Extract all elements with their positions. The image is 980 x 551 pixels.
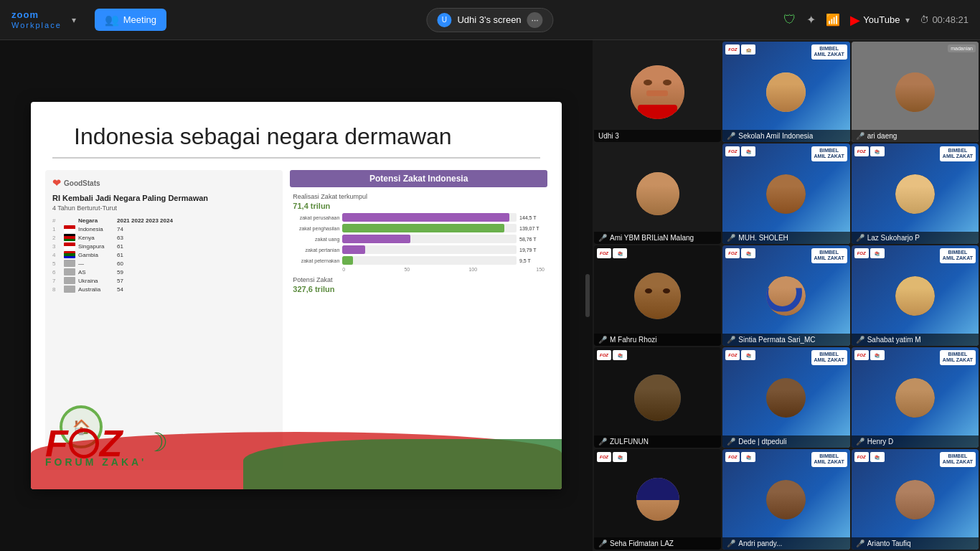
participant-name-bar-muh: 🎤 MUH. SHOLEH (722, 232, 849, 244)
participant-name-sekolah: Sekolah Amil Indonesia (738, 132, 813, 140)
participant-name-laz: Laz Sukoharjo P (867, 234, 920, 242)
bimbel-card-muh: FOZ 📚 BIMBELAMIL ZAKAT (722, 143, 849, 244)
participant-name-zulfunun: ZULFUNUN (610, 438, 649, 446)
scroll-indicator[interactable] (585, 274, 590, 317)
goodstats-star-icon: ❤ (52, 177, 61, 189)
flag-singapura (64, 242, 75, 250)
topbar-right: 🛡 ✦ 📶 ▶ YouTube ▾ ⏱ 00:48:21 (783, 12, 969, 28)
zoom-workplace: Workplace (11, 21, 62, 29)
foz-logo: F Z FORUM ZAKA' ☽ (45, 425, 168, 468)
participant-avatar-ari (895, 72, 935, 112)
bimbel-card-arianto: FOZ 📚 BIMBELAMIL ZAKAT (852, 449, 979, 550)
mic-muted-icon-sintia: 🎤 (727, 336, 735, 344)
foz-o-circle (69, 428, 99, 458)
slide-title: Indonesia sebagai negara dermawan (52, 102, 540, 159)
time-value: 00:48:21 (932, 14, 969, 25)
ranking-row-australia: 8 Australia 54 (52, 286, 275, 293)
participant-avatar-arianto (895, 480, 935, 519)
flag-indonesia (64, 225, 75, 232)
participant-name-arianto: Arianto Taufiq (867, 540, 911, 547)
participant-avatar-sekolah (766, 72, 806, 112)
participant-tile-laz: FOZ 📚 BIMBELAMIL ZAKAT 🎤 Laz Sukoharjo P (852, 143, 979, 244)
participant-name-andri: Andri pandy... (738, 540, 782, 547)
slide-left-title: RI Kembali Jadi Negara Paling Dermawan (52, 193, 275, 203)
participant-name-bar-sahabat: 🎤 Sahabat yatim M (852, 334, 979, 346)
participant-avatar-zulfunun (634, 375, 681, 421)
bar-fill-penghasilan (342, 224, 504, 232)
bar-fill-peternakan (342, 256, 353, 265)
topbar-left: zoom Workplace ▾ 👥 Meeting (11, 9, 166, 31)
participant-tile-ari: madanian 🎤 ari daeng (852, 42, 979, 142)
signal-icon: 📶 (826, 13, 840, 27)
main-content: Indonesia sebagai negara dermawan ❤ Good… (0, 40, 980, 551)
participant-tile-andri: FOZ 📚 BIMBELAMIL ZAKAT 🎤 Andri pandy... (722, 449, 849, 550)
participant-name-dede: Dede | dtpeduli (738, 438, 786, 446)
ranking-row-5: 5 — 60 (52, 260, 275, 267)
meeting-icon: 👥 (105, 13, 119, 27)
bar-row-uang: zakat uang 58,76 T (293, 235, 545, 243)
bimbel-card-laz: FOZ 📚 BIMBELAMIL ZAKAT (852, 143, 979, 244)
bar-row-peternakan: zakat peternakan 9,5 T (293, 256, 545, 265)
meeting-button[interactable]: 👥 Meeting (95, 9, 166, 31)
participant-tile-seha: FOZ 📚 🎤 Seha Fidmatan LAZ (594, 449, 721, 550)
participant-avatar-muh (766, 174, 806, 214)
bar-fill-perusahaan (342, 213, 509, 222)
star-icon: ✦ (806, 13, 816, 27)
participant-name-bar-ari: 🎤 ari daeng (852, 130, 979, 142)
slide-container: Indonesia sebagai negara dermawan ❤ Good… (31, 102, 562, 489)
screen-share-label: Udhi 3's screen (457, 14, 521, 25)
participant-avatar-andri (766, 480, 806, 519)
participant-avatar-sintia (766, 276, 806, 316)
participant-avatar-ami (636, 172, 679, 215)
bimbel-card-sintia: FOZ 📚 BIMBELAMIL ZAKAT (722, 245, 849, 346)
potensi-label: Potensi Zakat (293, 276, 545, 283)
screen-share-more-button[interactable]: ··· (527, 12, 543, 28)
youtube-dropdown-icon: ▾ (905, 15, 910, 25)
participant-name-bar-fahru: 🎤 M Fahru Rhozi (594, 334, 721, 346)
mic-muted-icon-andri: 🎤 (727, 540, 735, 547)
bimbel-logo-top-right: BIMBELAMIL ZAKAT (811, 44, 847, 60)
madanian-label: madanian (948, 44, 976, 52)
youtube-area[interactable]: ▶ YouTube ▾ (850, 12, 910, 28)
participant-name-bar-dede: 🎤 Dede | dtpeduli (722, 435, 849, 448)
ami-bg (594, 143, 721, 244)
mic-muted-icon-henry: 🎤 (856, 438, 864, 446)
mic-muted-icon-sahabat: 🎤 (856, 336, 864, 344)
participant-avatar-sahabat (895, 276, 935, 316)
foz-crescent-icon: ☽ (145, 428, 168, 458)
participant-avatar-seha (636, 478, 679, 521)
zoom-brand: zoom (11, 10, 62, 20)
bar-chart: zakat perusahaan 144,5 T zakat penghasil… (293, 213, 545, 265)
participant-name-seha: Seha Fidmatan LAZ (610, 540, 674, 547)
mic-muted-icon-ami: 🎤 (598, 234, 607, 242)
participant-tile-muh: FOZ 📚 BIMBELAMIL ZAKAT 🎤 MUH. SHOLEH (722, 143, 849, 244)
flag-kenya (64, 234, 75, 241)
participant-tile-henry: FOZ 📚 BIMBELAMIL ZAKAT 🎤 Henry D (852, 347, 979, 448)
participant-tile-arianto: FOZ 📚 BIMBELAMIL ZAKAT 🎤 Arianto Taufiq (852, 449, 979, 550)
potensi-value: 327,6 trilun (293, 285, 545, 293)
participant-name-bar-udhi3: Udhi 3 (594, 130, 721, 142)
logo-sekolah-small: 🏫 (741, 44, 755, 55)
participant-tile-zulfunun: FOZ 📚 🎤 ZULFUNUN (594, 347, 721, 448)
bar-row-perusahaan: zakat perusahaan 144,5 T (293, 213, 545, 222)
mic-muted-icon-fahru: 🎤 (598, 336, 607, 344)
zoom-logo: zoom Workplace (11, 10, 62, 29)
participant-avatar-dede (766, 378, 806, 418)
participant-tile-sahabat: FOZ 📚 BIMBELAMIL ZAKAT 🎤 Sahabat yatim M (852, 245, 979, 346)
participant-tile-udhi3: Udhi 3 (594, 42, 721, 142)
bar-row-pertanian: zakat pertanian 19,79 T (293, 245, 545, 254)
participant-name-bar-laz: 🎤 Laz Sukoharjo P (852, 232, 979, 244)
mic-muted-icon-seha: 🎤 (598, 540, 607, 547)
zoom-dropdown-icon[interactable]: ▾ (72, 15, 76, 25)
participant-name-sahabat: Sahabat yatim M (867, 336, 921, 344)
ranking-header: # Negara 2021 2022 2023 2024 (52, 217, 275, 224)
participant-tile-sekolah: FOZ 🏫 BIMBELAMIL ZAKAT 🎤 Sekolah Amil In… (722, 42, 849, 142)
foz-tagline: FORUM ZAKA' (45, 456, 146, 468)
topbar-center: U Udhi 3's screen ··· (426, 8, 553, 32)
participant-tile-dede: FOZ 📚 BIMBELAMIL ZAKAT 🎤 Dede | dtpeduli (722, 347, 849, 448)
participant-name-bar-zulfunun: 🎤 ZULFUNUN (594, 435, 721, 448)
bimbel-card-sahabat: FOZ 📚 BIMBELAMIL ZAKAT (852, 245, 979, 346)
mic-muted-icon-sekolah: 🎤 (727, 132, 735, 140)
participant-name-muh: MUH. SHOLEH (738, 234, 788, 242)
ranking-row-kenya: 2 Kenya 63 (52, 234, 275, 241)
